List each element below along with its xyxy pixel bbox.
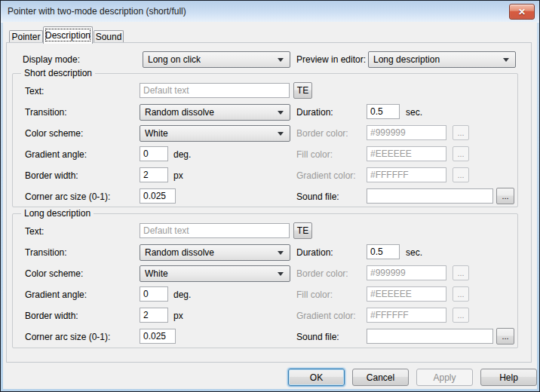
sound-file-input[interactable] <box>367 188 493 204</box>
gradient-color-label: Gradient color: <box>296 167 356 184</box>
transition-value: Random dissolve <box>145 247 214 258</box>
dialog-window: Pointer with two-mode description (short… <box>0 0 540 392</box>
transition-select[interactable]: Random dissolve <box>140 244 290 261</box>
fill-color-label: Fill color: <box>296 286 333 303</box>
color-scheme-label: Color scheme: <box>25 265 83 282</box>
text-input[interactable] <box>140 83 290 98</box>
display-mode-label: Display mode: <box>23 51 80 68</box>
color-scheme-value: White <box>145 128 168 139</box>
border-color-input <box>367 265 446 280</box>
color-scheme-value: White <box>145 268 168 279</box>
border-color-browse-button: ... <box>453 125 469 140</box>
fill-color-browse-button: ... <box>453 146 469 161</box>
border-width-input[interactable] <box>140 167 168 182</box>
text-editor-button[interactable]: TE <box>293 222 312 239</box>
color-scheme-label: Color scheme: <box>25 125 83 142</box>
text-input[interactable] <box>140 223 290 238</box>
gradient-color-browse-button: ... <box>453 167 469 182</box>
chevron-down-icon <box>278 58 284 62</box>
fill-color-input <box>367 146 446 161</box>
gradient-angle-label: Gradient angle: <box>25 146 87 163</box>
display-mode-value: Long on click <box>148 54 201 65</box>
border-width-unit-label: px <box>173 167 183 184</box>
sound-file-browse-button[interactable]: ... <box>496 328 514 345</box>
gradient-color-input <box>367 308 446 323</box>
border-width-label: Border width: <box>25 308 78 324</box>
border-color-input <box>367 125 446 140</box>
close-button[interactable]: ✕ <box>509 4 535 20</box>
chevron-down-icon <box>278 272 284 276</box>
text-label: Text: <box>25 223 44 240</box>
fill-color-label: Fill color: <box>296 146 333 163</box>
titlebar[interactable]: Pointer with two-mode description (short… <box>1 1 539 23</box>
gradient-angle-unit-label: deg. <box>173 146 191 163</box>
close-icon: ✕ <box>518 7 526 17</box>
corner-arc-label: Corner arc size (0-1): <box>25 188 110 205</box>
preview-in-editor-select[interactable]: Long description <box>368 51 516 68</box>
long-description-group: Long description Text: TE Transition: Ra… <box>12 213 518 348</box>
transition-select[interactable]: Random dissolve <box>140 104 290 121</box>
chevron-down-icon <box>503 58 509 62</box>
text-label: Text: <box>25 83 44 100</box>
sound-file-label: Sound file: <box>296 188 339 205</box>
apply-button: Apply <box>416 369 473 386</box>
sound-file-input[interactable] <box>367 329 493 344</box>
color-scheme-select[interactable]: White <box>140 265 290 282</box>
display-mode-select[interactable]: Long on click <box>143 51 290 68</box>
gradient-angle-input[interactable] <box>140 286 168 302</box>
gradient-color-browse-button: ... <box>453 308 469 323</box>
chevron-down-icon <box>278 111 284 115</box>
preview-in-editor-label: Preview in editor: <box>296 51 366 68</box>
transition-value: Random dissolve <box>145 107 214 118</box>
gradient-color-input <box>367 167 446 182</box>
fill-color-input <box>367 286 446 302</box>
group-title: Short description <box>21 68 95 78</box>
corner-arc-input[interactable] <box>140 329 176 344</box>
help-button[interactable]: Help <box>480 369 537 386</box>
dialog-client-area: Pointer Description Sound Display mode: … <box>3 22 537 389</box>
ok-button[interactable]: OK <box>288 369 345 386</box>
duration-input[interactable] <box>367 104 400 119</box>
transition-label: Transition: <box>25 104 67 121</box>
border-color-label: Border color: <box>296 265 348 282</box>
corner-arc-input[interactable] <box>140 188 176 204</box>
duration-input[interactable] <box>367 244 400 259</box>
border-width-unit-label: px <box>173 308 183 324</box>
border-color-label: Border color: <box>296 125 348 142</box>
duration-unit-label: sec. <box>406 244 422 261</box>
chevron-down-icon <box>278 132 284 136</box>
window-title: Pointer with two-mode description (short… <box>8 1 186 22</box>
gradient-color-label: Gradient color: <box>296 308 356 324</box>
transition-label: Transition: <box>25 244 67 261</box>
duration-label: Duration: <box>296 244 333 261</box>
fill-color-browse-button: ... <box>453 286 469 302</box>
gradient-angle-label: Gradient angle: <box>25 286 87 303</box>
border-color-browse-button: ... <box>453 265 469 280</box>
text-editor-button[interactable]: TE <box>293 82 312 99</box>
chevron-down-icon <box>278 251 284 255</box>
duration-unit-label: sec. <box>406 104 422 121</box>
color-scheme-select[interactable]: White <box>140 125 290 142</box>
group-title: Long description <box>21 208 94 219</box>
sound-file-browse-button[interactable]: ... <box>496 188 514 204</box>
border-width-label: Border width: <box>25 167 78 184</box>
border-width-input[interactable] <box>140 308 168 323</box>
gradient-angle-input[interactable] <box>140 146 168 161</box>
sound-file-label: Sound file: <box>296 329 339 345</box>
duration-label: Duration: <box>296 104 333 121</box>
cancel-button[interactable]: Cancel <box>352 369 409 386</box>
corner-arc-label: Corner arc size (0-1): <box>25 329 110 345</box>
preview-in-editor-value: Long description <box>373 54 440 65</box>
short-description-group: Short description Text: TE Transition: R… <box>12 73 518 207</box>
gradient-angle-unit-label: deg. <box>173 286 191 303</box>
